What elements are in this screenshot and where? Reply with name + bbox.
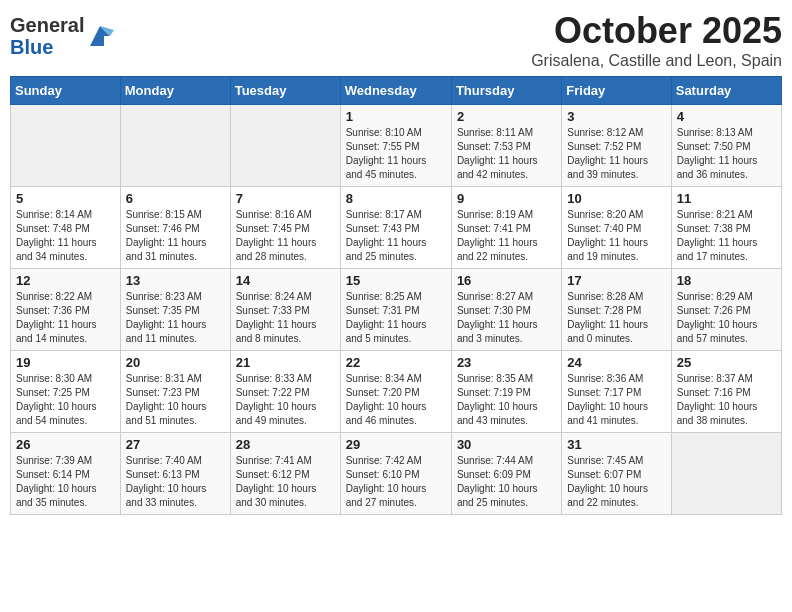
day-cell-28: 28Sunrise: 7:41 AM Sunset: 6:12 PM Dayli… bbox=[230, 433, 340, 515]
day-number: 22 bbox=[346, 355, 446, 370]
calendar-week-4: 19Sunrise: 8:30 AM Sunset: 7:25 PM Dayli… bbox=[11, 351, 782, 433]
day-number: 23 bbox=[457, 355, 556, 370]
title-area: October 2025 Grisalena, Castille and Leo… bbox=[531, 10, 782, 70]
day-cell-24: 24Sunrise: 8:36 AM Sunset: 7:17 PM Dayli… bbox=[562, 351, 671, 433]
empty-cell bbox=[11, 105, 121, 187]
day-number: 12 bbox=[16, 273, 115, 288]
day-cell-13: 13Sunrise: 8:23 AM Sunset: 7:35 PM Dayli… bbox=[120, 269, 230, 351]
month-title: October 2025 bbox=[531, 10, 782, 52]
day-info: Sunrise: 8:12 AM Sunset: 7:52 PM Dayligh… bbox=[567, 126, 665, 182]
day-info: Sunrise: 8:20 AM Sunset: 7:40 PM Dayligh… bbox=[567, 208, 665, 264]
day-info: Sunrise: 8:10 AM Sunset: 7:55 PM Dayligh… bbox=[346, 126, 446, 182]
day-cell-17: 17Sunrise: 8:28 AM Sunset: 7:28 PM Dayli… bbox=[562, 269, 671, 351]
day-number: 2 bbox=[457, 109, 556, 124]
day-info: Sunrise: 8:14 AM Sunset: 7:48 PM Dayligh… bbox=[16, 208, 115, 264]
day-number: 24 bbox=[567, 355, 665, 370]
logo-general-text: General bbox=[10, 14, 84, 36]
day-number: 25 bbox=[677, 355, 776, 370]
day-cell-18: 18Sunrise: 8:29 AM Sunset: 7:26 PM Dayli… bbox=[671, 269, 781, 351]
day-info: Sunrise: 7:40 AM Sunset: 6:13 PM Dayligh… bbox=[126, 454, 225, 510]
calendar: SundayMondayTuesdayWednesdayThursdayFrid… bbox=[10, 76, 782, 515]
day-cell-27: 27Sunrise: 7:40 AM Sunset: 6:13 PM Dayli… bbox=[120, 433, 230, 515]
day-cell-2: 2Sunrise: 8:11 AM Sunset: 7:53 PM Daylig… bbox=[451, 105, 561, 187]
empty-cell bbox=[120, 105, 230, 187]
day-cell-23: 23Sunrise: 8:35 AM Sunset: 7:19 PM Dayli… bbox=[451, 351, 561, 433]
column-header-thursday: Thursday bbox=[451, 77, 561, 105]
header: General Blue October 2025 Grisalena, Cas… bbox=[10, 10, 782, 70]
column-header-tuesday: Tuesday bbox=[230, 77, 340, 105]
day-cell-29: 29Sunrise: 7:42 AM Sunset: 6:10 PM Dayli… bbox=[340, 433, 451, 515]
day-cell-31: 31Sunrise: 7:45 AM Sunset: 6:07 PM Dayli… bbox=[562, 433, 671, 515]
day-number: 7 bbox=[236, 191, 335, 206]
day-info: Sunrise: 7:41 AM Sunset: 6:12 PM Dayligh… bbox=[236, 454, 335, 510]
calendar-header-row: SundayMondayTuesdayWednesdayThursdayFrid… bbox=[11, 77, 782, 105]
day-info: Sunrise: 8:22 AM Sunset: 7:36 PM Dayligh… bbox=[16, 290, 115, 346]
logo: General Blue bbox=[10, 14, 114, 58]
day-number: 19 bbox=[16, 355, 115, 370]
day-number: 4 bbox=[677, 109, 776, 124]
calendar-week-1: 1Sunrise: 8:10 AM Sunset: 7:55 PM Daylig… bbox=[11, 105, 782, 187]
day-number: 21 bbox=[236, 355, 335, 370]
day-number: 3 bbox=[567, 109, 665, 124]
day-number: 13 bbox=[126, 273, 225, 288]
day-info: Sunrise: 8:21 AM Sunset: 7:38 PM Dayligh… bbox=[677, 208, 776, 264]
column-header-monday: Monday bbox=[120, 77, 230, 105]
day-cell-25: 25Sunrise: 8:37 AM Sunset: 7:16 PM Dayli… bbox=[671, 351, 781, 433]
day-cell-22: 22Sunrise: 8:34 AM Sunset: 7:20 PM Dayli… bbox=[340, 351, 451, 433]
day-cell-1: 1Sunrise: 8:10 AM Sunset: 7:55 PM Daylig… bbox=[340, 105, 451, 187]
day-info: Sunrise: 8:27 AM Sunset: 7:30 PM Dayligh… bbox=[457, 290, 556, 346]
logo-icon bbox=[86, 22, 114, 50]
day-number: 20 bbox=[126, 355, 225, 370]
day-info: Sunrise: 8:16 AM Sunset: 7:45 PM Dayligh… bbox=[236, 208, 335, 264]
day-number: 8 bbox=[346, 191, 446, 206]
day-number: 27 bbox=[126, 437, 225, 452]
calendar-week-3: 12Sunrise: 8:22 AM Sunset: 7:36 PM Dayli… bbox=[11, 269, 782, 351]
day-info: Sunrise: 7:45 AM Sunset: 6:07 PM Dayligh… bbox=[567, 454, 665, 510]
day-number: 31 bbox=[567, 437, 665, 452]
day-info: Sunrise: 8:34 AM Sunset: 7:20 PM Dayligh… bbox=[346, 372, 446, 428]
day-info: Sunrise: 8:36 AM Sunset: 7:17 PM Dayligh… bbox=[567, 372, 665, 428]
day-info: Sunrise: 8:30 AM Sunset: 7:25 PM Dayligh… bbox=[16, 372, 115, 428]
day-number: 10 bbox=[567, 191, 665, 206]
day-cell-14: 14Sunrise: 8:24 AM Sunset: 7:33 PM Dayli… bbox=[230, 269, 340, 351]
day-info: Sunrise: 8:31 AM Sunset: 7:23 PM Dayligh… bbox=[126, 372, 225, 428]
day-info: Sunrise: 8:13 AM Sunset: 7:50 PM Dayligh… bbox=[677, 126, 776, 182]
day-number: 15 bbox=[346, 273, 446, 288]
location-title: Grisalena, Castille and Leon, Spain bbox=[531, 52, 782, 70]
day-number: 9 bbox=[457, 191, 556, 206]
day-cell-20: 20Sunrise: 8:31 AM Sunset: 7:23 PM Dayli… bbox=[120, 351, 230, 433]
day-cell-30: 30Sunrise: 7:44 AM Sunset: 6:09 PM Dayli… bbox=[451, 433, 561, 515]
column-header-sunday: Sunday bbox=[11, 77, 121, 105]
day-info: Sunrise: 8:19 AM Sunset: 7:41 PM Dayligh… bbox=[457, 208, 556, 264]
day-info: Sunrise: 8:11 AM Sunset: 7:53 PM Dayligh… bbox=[457, 126, 556, 182]
day-info: Sunrise: 7:44 AM Sunset: 6:09 PM Dayligh… bbox=[457, 454, 556, 510]
day-cell-9: 9Sunrise: 8:19 AM Sunset: 7:41 PM Daylig… bbox=[451, 187, 561, 269]
day-cell-6: 6Sunrise: 8:15 AM Sunset: 7:46 PM Daylig… bbox=[120, 187, 230, 269]
day-number: 16 bbox=[457, 273, 556, 288]
day-cell-16: 16Sunrise: 8:27 AM Sunset: 7:30 PM Dayli… bbox=[451, 269, 561, 351]
calendar-week-2: 5Sunrise: 8:14 AM Sunset: 7:48 PM Daylig… bbox=[11, 187, 782, 269]
day-cell-7: 7Sunrise: 8:16 AM Sunset: 7:45 PM Daylig… bbox=[230, 187, 340, 269]
day-number: 30 bbox=[457, 437, 556, 452]
day-cell-15: 15Sunrise: 8:25 AM Sunset: 7:31 PM Dayli… bbox=[340, 269, 451, 351]
day-cell-11: 11Sunrise: 8:21 AM Sunset: 7:38 PM Dayli… bbox=[671, 187, 781, 269]
day-info: Sunrise: 8:29 AM Sunset: 7:26 PM Dayligh… bbox=[677, 290, 776, 346]
day-info: Sunrise: 8:17 AM Sunset: 7:43 PM Dayligh… bbox=[346, 208, 446, 264]
day-info: Sunrise: 8:23 AM Sunset: 7:35 PM Dayligh… bbox=[126, 290, 225, 346]
day-number: 28 bbox=[236, 437, 335, 452]
day-cell-19: 19Sunrise: 8:30 AM Sunset: 7:25 PM Dayli… bbox=[11, 351, 121, 433]
day-info: Sunrise: 8:15 AM Sunset: 7:46 PM Dayligh… bbox=[126, 208, 225, 264]
day-cell-12: 12Sunrise: 8:22 AM Sunset: 7:36 PM Dayli… bbox=[11, 269, 121, 351]
day-number: 6 bbox=[126, 191, 225, 206]
day-number: 14 bbox=[236, 273, 335, 288]
column-header-saturday: Saturday bbox=[671, 77, 781, 105]
day-cell-21: 21Sunrise: 8:33 AM Sunset: 7:22 PM Dayli… bbox=[230, 351, 340, 433]
day-info: Sunrise: 8:37 AM Sunset: 7:16 PM Dayligh… bbox=[677, 372, 776, 428]
column-header-friday: Friday bbox=[562, 77, 671, 105]
day-cell-10: 10Sunrise: 8:20 AM Sunset: 7:40 PM Dayli… bbox=[562, 187, 671, 269]
logo-blue-text: Blue bbox=[10, 36, 53, 58]
day-cell-3: 3Sunrise: 8:12 AM Sunset: 7:52 PM Daylig… bbox=[562, 105, 671, 187]
empty-cell bbox=[671, 433, 781, 515]
day-cell-26: 26Sunrise: 7:39 AM Sunset: 6:14 PM Dayli… bbox=[11, 433, 121, 515]
day-cell-8: 8Sunrise: 8:17 AM Sunset: 7:43 PM Daylig… bbox=[340, 187, 451, 269]
